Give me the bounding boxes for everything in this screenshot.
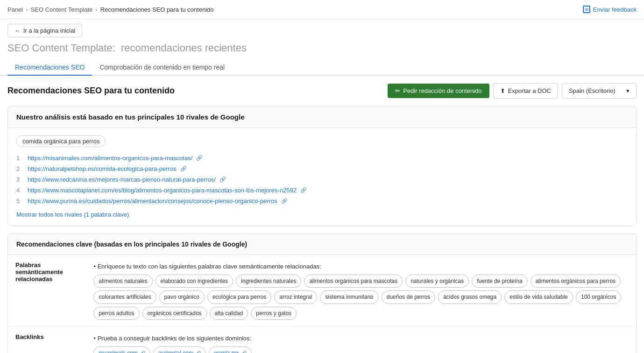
tag-item: perros y gatos <box>251 307 297 320</box>
external-link-icon: 🔗 <box>300 187 307 194</box>
tag-item: fuente de proteína <box>472 275 527 288</box>
page-title-prefix: SEO Content Template: <box>7 42 115 54</box>
show-all-rivals-link[interactable]: Mostrar todos los rivales (1 palabra cla… <box>16 211 129 218</box>
back-button[interactable]: ← Ir a la página inicial <box>7 24 82 37</box>
tag-item: alta calidad <box>210 307 248 320</box>
tag-item: ingredientes naturales <box>236 275 301 288</box>
external-link-icon: 🔗 <box>219 176 226 183</box>
action-buttons: ✏ Pedir redacción de contenido ⬆ Exporta… <box>388 83 637 99</box>
tab-realtime-check[interactable]: Comprobación de contenido en tiempo real <box>92 60 232 76</box>
export-icon: ⬆ <box>500 87 505 94</box>
ext-icon: 🔗 <box>241 349 247 353</box>
rival-num: 5 <box>16 198 24 205</box>
rival-num: 1 <box>16 155 24 162</box>
domain-label: myanimals.com <box>99 348 137 353</box>
tag-item: orgánicos certificados <box>142 307 207 320</box>
rival-item: 3 https://www.redcanina.es/mejores-marca… <box>16 174 628 185</box>
rivals-list: 1 https://misanimales.com/alimentos-orga… <box>16 153 628 206</box>
export-doc-button[interactable]: ⬆ Exportar a DOC <box>493 83 558 99</box>
domain-tag-item: asriportal.com 🔗 <box>153 346 206 353</box>
tab-seo-recommendations[interactable]: Recomendaciones SEO <box>7 60 92 76</box>
breadcrumb-seo[interactable]: SEO Content Template <box>31 6 93 13</box>
rival-link[interactable]: https://www.purina.es/cuidados/perros/al… <box>28 198 277 205</box>
rival-link[interactable]: https://www.mascotaplanet.com/es/blog/al… <box>28 187 297 194</box>
analysis-card: Nuestro análisis está basado en tus prin… <box>7 106 637 226</box>
domain-label: wamiz.mx <box>214 348 239 353</box>
tabs-container: Recomendaciones SEO Comprobación de cont… <box>0 60 644 76</box>
breadcrumb-current: Recomendaciones SEO para tu contenido <box>100 6 214 13</box>
reco-table: Palabras semánticamente relacionadas • E… <box>8 255 636 353</box>
tag-item: ecológica para perros <box>207 290 271 304</box>
domain-tag-item: wamiz.mx 🔗 <box>209 346 251 353</box>
location-dropdown[interactable]: Spain (Escritorio) ▾ <box>562 83 637 99</box>
reco-bullet-palabras: • Enriquece tu texto con las siguientes … <box>93 261 629 272</box>
rival-num: 3 <box>16 176 24 183</box>
rival-num: 4 <box>16 187 24 194</box>
rival-link[interactable]: https://www.redcanina.es/mejores-marcas-… <box>28 176 216 183</box>
tag-item: sistema inmunitario <box>320 290 378 304</box>
feedback-button[interactable]: ✉ Enviar feedback <box>583 6 637 13</box>
request-redaction-button[interactable]: ✏ Pedir redacción de contenido <box>388 84 489 98</box>
rival-num: 2 <box>16 165 24 172</box>
reco-card-header: Recomendaciones clave (basadas en los pr… <box>8 234 636 255</box>
rival-item: 1 https://misanimales.com/alimentos-orga… <box>16 153 628 163</box>
page-title: SEO Content Template: recomendaciones re… <box>0 42 644 60</box>
breadcrumb-sep2: › <box>95 6 97 13</box>
reco-row-palabras: Palabras semánticamente relacionadas • E… <box>8 255 636 327</box>
tag-item: colorantes artificiales <box>93 290 156 304</box>
main-content: Recomendaciones SEO para tu contenido ✏ … <box>0 76 644 353</box>
reco-content-backlinks: • Prueba a conseguir backlinks de los si… <box>86 327 636 353</box>
tag-item: alimentos orgánicos para perros <box>531 275 621 288</box>
external-link-icon: 🔗 <box>281 198 288 205</box>
btn-redaccion-label: Pedir redacción de contenido <box>403 87 481 94</box>
breadcrumb-sep1: › <box>26 6 28 13</box>
feedback-label: Enviar feedback <box>593 6 637 13</box>
back-arrow-icon: ← <box>14 27 21 34</box>
analysis-card-header: Nuestro análisis está basado en tus prin… <box>8 106 636 128</box>
tag-item: 100 orgánicos <box>576 290 621 304</box>
tag-item: estilo de vida saludable <box>504 290 573 304</box>
edit-icon: ✏ <box>395 87 400 94</box>
recommendations-card: Recomendaciones clave (basadas en los pr… <box>7 233 637 353</box>
rival-link[interactable]: https://misanimales.com/alimentos-organi… <box>28 155 192 162</box>
reco-content-palabras: • Enriquece tu texto con las siguientes … <box>86 255 636 327</box>
page-title-suffix: recomendaciones recientes <box>121 42 247 54</box>
ext-icon: 🔗 <box>140 349 145 353</box>
external-link-icon: 🔗 <box>196 155 203 162</box>
palabras-tags: alimentos naturales elaborado con ingred… <box>93 275 629 320</box>
external-link-icon: 🔗 <box>180 166 187 172</box>
tag-item: alimentos naturales <box>93 275 152 288</box>
tag-item: arroz integral <box>274 290 317 304</box>
rival-item: 5 https://www.purina.es/cuidados/perros/… <box>16 196 628 206</box>
tag-item: alimentos orgánicos para mascotas <box>304 275 403 288</box>
breadcrumb-panel[interactable]: Panel <box>7 6 23 13</box>
rival-item: 2 https://naturalpetshop.es/comida-ecolo… <box>16 163 628 174</box>
feedback-icon: ✉ <box>583 6 590 13</box>
back-label: Ir a la página inicial <box>23 27 75 34</box>
tag-item: naturales y orgánicas <box>405 275 469 288</box>
analysis-card-body: comida orgánica para perros 1 https://mi… <box>8 128 636 226</box>
domain-tag-item: myanimals.com 🔗 <box>93 346 150 353</box>
btn-exportar-label: Exportar a DOC <box>508 87 551 94</box>
reco-label-backlinks: Backlinks <box>8 327 86 353</box>
reco-row-backlinks: Backlinks • Prueba a conseguir backlinks… <box>8 327 636 353</box>
ext-icon: 🔗 <box>195 349 201 353</box>
breadcrumb: Panel › SEO Content Template › Recomenda… <box>0 0 644 19</box>
section-header: Recomendaciones SEO para tu contenido ✏ … <box>7 83 637 99</box>
domain-label: asriportal.com <box>158 348 193 353</box>
keyword-tag: comida orgánica para perros <box>16 135 106 147</box>
reco-label-palabras: Palabras semánticamente relacionadas <box>8 255 86 327</box>
tag-item: perros adultos <box>93 307 139 320</box>
dropdown-value: Spain (Escritorio) <box>569 87 616 94</box>
tag-item: ácidos grasos omega <box>438 290 502 304</box>
domain-tags: myanimals.com 🔗 asriportal.com 🔗 wamiz.m… <box>93 346 629 353</box>
rival-link[interactable]: https://naturalpetshop.es/comida-ecologi… <box>28 165 177 172</box>
tag-item: elaborado con ingredientes <box>156 275 234 288</box>
tag-item: dueños de perros <box>382 290 435 304</box>
chevron-down-icon: ▾ <box>626 87 630 94</box>
rival-item: 4 https://www.mascotaplanet.com/es/blog/… <box>16 185 628 196</box>
section-title: Recomendaciones SEO para tu contenido <box>7 86 175 96</box>
tag-item: pavo orgánico <box>159 290 205 304</box>
reco-bullet-backlinks: • Prueba a conseguir backlinks de los si… <box>93 333 629 344</box>
